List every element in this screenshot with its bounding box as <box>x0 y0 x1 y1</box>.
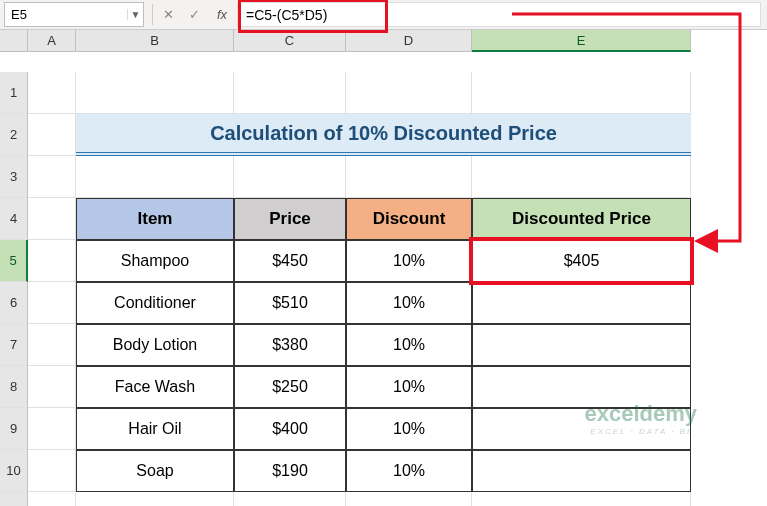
cell-A9[interactable] <box>28 408 76 450</box>
cell-price-7[interactable]: $ 380 <box>234 324 346 366</box>
cell-discounted-price-9[interactable] <box>472 408 691 450</box>
separator <box>152 4 153 25</box>
cell-D1[interactable] <box>346 72 472 114</box>
cell-A6[interactable] <box>28 282 76 324</box>
name-box-dropdown-icon[interactable]: ▼ <box>127 9 143 20</box>
cell-B3[interactable] <box>76 156 234 198</box>
cell-A11[interactable] <box>28 492 76 506</box>
price-value: 450 <box>281 252 308 270</box>
cancel-icon[interactable]: ✕ <box>155 0 181 29</box>
cell-price-6[interactable]: $ 510 <box>234 282 346 324</box>
header-item[interactable]: Item <box>76 198 234 240</box>
enter-icon[interactable]: ✓ <box>181 0 207 29</box>
row-head-11[interactable]: 11 <box>0 492 28 506</box>
cell-discount-6[interactable]: 10% <box>346 282 472 324</box>
fx-icon[interactable]: fx <box>207 0 237 29</box>
cell-D11[interactable] <box>346 492 472 506</box>
price-value: 380 <box>281 336 308 354</box>
cell-E1[interactable] <box>472 72 691 114</box>
cell-price-9[interactable]: $ 400 <box>234 408 346 450</box>
price-value: 400 <box>281 420 308 438</box>
row-head-8[interactable]: 8 <box>0 366 28 408</box>
cell-item-6[interactable]: Conditioner <box>76 282 234 324</box>
col-head-D[interactable]: D <box>346 30 472 52</box>
cell-E3[interactable] <box>472 156 691 198</box>
cell-C11[interactable] <box>234 492 346 506</box>
title-banner[interactable]: Calculation of 10% Discounted Price <box>76 114 691 156</box>
row-head-6[interactable]: 6 <box>0 282 28 324</box>
currency-symbol: $ <box>272 294 281 312</box>
row-head-4[interactable]: 4 <box>0 198 28 240</box>
currency-symbol: $ <box>564 252 573 270</box>
cell-discounted-price-5[interactable]: $ 405 <box>472 240 691 282</box>
cell-A4[interactable] <box>28 198 76 240</box>
cell-item-8[interactable]: Face Wash <box>76 366 234 408</box>
cell-A5[interactable] <box>28 240 76 282</box>
col-head-B[interactable]: B <box>76 30 234 52</box>
header-discounted-price[interactable]: Discounted Price <box>472 198 691 240</box>
row-head-2[interactable]: 2 <box>0 114 28 156</box>
cell-item-9[interactable]: Hair Oil <box>76 408 234 450</box>
cell-C3[interactable] <box>234 156 346 198</box>
currency-symbol: $ <box>272 252 281 270</box>
cell-A3[interactable] <box>28 156 76 198</box>
cell-price-10[interactable]: $ 190 <box>234 450 346 492</box>
cell-B11[interactable] <box>76 492 234 506</box>
cell-A1[interactable] <box>28 72 76 114</box>
cell-discount-9[interactable]: 10% <box>346 408 472 450</box>
header-price[interactable]: Price <box>234 198 346 240</box>
cell-discounted-price-10[interactable] <box>472 450 691 492</box>
cell-A10[interactable] <box>28 450 76 492</box>
cell-A8[interactable] <box>28 366 76 408</box>
spreadsheet-grid[interactable]: A B C D E 1 2 Calculation of 10% Discoun… <box>0 30 767 506</box>
col-head-C[interactable]: C <box>234 30 346 52</box>
cell-discounted-price-8[interactable] <box>472 366 691 408</box>
select-all-corner[interactable] <box>0 30 28 52</box>
header-discount[interactable]: Discount <box>346 198 472 240</box>
cell-A2[interactable] <box>28 114 76 156</box>
cell-price-5[interactable]: $ 450 <box>234 240 346 282</box>
cell-discount-10[interactable]: 10% <box>346 450 472 492</box>
cell-D3[interactable] <box>346 156 472 198</box>
cell-discount-8[interactable]: 10% <box>346 366 472 408</box>
col-head-E[interactable]: E <box>472 30 691 52</box>
cell-C1[interactable] <box>234 72 346 114</box>
cell-item-7[interactable]: Body Lotion <box>76 324 234 366</box>
cell-discount-7[interactable]: 10% <box>346 324 472 366</box>
cell-discount-5[interactable]: 10% <box>346 240 472 282</box>
cell-item-5[interactable]: Shampoo <box>76 240 234 282</box>
price-value: 190 <box>281 462 308 480</box>
row-head-7[interactable]: 7 <box>0 324 28 366</box>
row-head-9[interactable]: 9 <box>0 408 28 450</box>
cell-item-10[interactable]: Soap <box>76 450 234 492</box>
cell-discounted-price-7[interactable] <box>472 324 691 366</box>
price-value: 250 <box>281 378 308 396</box>
cell-E11[interactable] <box>472 492 691 506</box>
row-head-5[interactable]: 5 <box>0 240 28 282</box>
price-value: 510 <box>281 294 308 312</box>
cell-price-8[interactable]: $ 250 <box>234 366 346 408</box>
row-head-10[interactable]: 10 <box>0 450 28 492</box>
formula-bar: E5 ▼ ✕ ✓ fx =C5-(C5*D5) <box>0 0 767 30</box>
col-head-A[interactable]: A <box>28 30 76 52</box>
currency-symbol: $ <box>272 336 281 354</box>
cell-discounted-price-6[interactable] <box>472 282 691 324</box>
cell-B1[interactable] <box>76 72 234 114</box>
formula-input[interactable]: =C5-(C5*D5) <box>237 2 761 27</box>
currency-symbol: $ <box>272 420 281 438</box>
row-head-3[interactable]: 3 <box>0 156 28 198</box>
cell-reference[interactable]: E5 <box>5 7 127 22</box>
row-head-1[interactable]: 1 <box>0 72 28 114</box>
name-box[interactable]: E5 ▼ <box>4 2 144 27</box>
cell-A7[interactable] <box>28 324 76 366</box>
currency-symbol: $ <box>272 462 281 480</box>
formula-text: =C5-(C5*D5) <box>238 7 335 23</box>
discounted-price-value: 405 <box>573 252 600 270</box>
currency-symbol: $ <box>272 378 281 396</box>
